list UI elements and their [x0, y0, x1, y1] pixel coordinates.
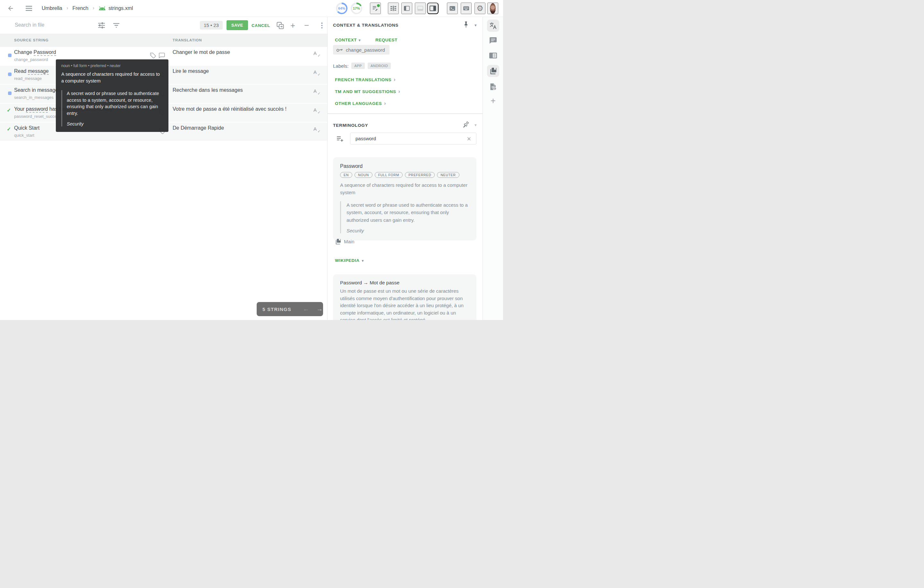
- document-info-icon: [490, 83, 497, 91]
- source-string[interactable]: Quick Start: [14, 125, 40, 131]
- section-french-translations[interactable]: FRENCH TRANSLATIONS: [333, 76, 398, 83]
- glossary-name[interactable]: Main: [344, 239, 355, 244]
- translation-text[interactable]: De Démarrage Rapide: [173, 125, 224, 131]
- layout-bottom-icon: [417, 5, 423, 12]
- back-arrow-icon: [7, 5, 14, 12]
- terminology-tooltip: noun • full form • preferred • neuter A …: [56, 59, 168, 132]
- wikipedia-entry-body: Un mot de passe est un mot ou une série …: [340, 287, 469, 320]
- collapse-terminology-button[interactable]: [473, 122, 478, 128]
- tags-button[interactable]: [148, 52, 158, 59]
- add-string-button[interactable]: [289, 21, 297, 30]
- source-string[interactable]: Search in messages: [14, 87, 61, 93]
- clear-search-icon[interactable]: [465, 134, 473, 144]
- tasks-button[interactable]: [370, 3, 381, 14]
- string-key-chip[interactable]: change_password: [333, 45, 389, 55]
- rail-glossary-button[interactable]: [487, 65, 499, 77]
- tooltip-domain: Security: [67, 121, 163, 126]
- section-other-languages[interactable]: OTHER LANGUAGES: [333, 100, 388, 107]
- translation-editor-app: Umbrella › French › strings.xml 64%: [0, 0, 503, 320]
- chevron-down-icon: [362, 258, 364, 263]
- translate-icon: [490, 22, 497, 30]
- view-grid-button[interactable]: [388, 3, 399, 14]
- rail-string-info-button[interactable]: [487, 81, 499, 93]
- comments-button[interactable]: [157, 52, 167, 59]
- translation-text[interactable]: Lire le message: [173, 68, 209, 74]
- breadcrumb-project[interactable]: Umbrella: [42, 5, 62, 11]
- filter-button[interactable]: [111, 23, 121, 28]
- rail-context-card-button[interactable]: [487, 50, 499, 62]
- unpin-terminology-button[interactable]: [461, 121, 470, 129]
- term-highlight[interactable]: Password: [34, 50, 56, 56]
- labels-row: Labels: APP ANDROID: [333, 63, 391, 69]
- pin-panel-button[interactable]: [462, 21, 470, 28]
- copy-source-button[interactable]: [275, 21, 286, 30]
- breadcrumb: Umbrella › French › strings.xml: [42, 5, 133, 12]
- tooltip-usage: A secret word or phrase used to authenti…: [67, 90, 163, 117]
- save-button[interactable]: SAVE: [226, 20, 248, 30]
- android-icon: [99, 6, 106, 11]
- section-tm-mt-suggestions[interactable]: TM AND MT SUGGESTIONS: [333, 88, 402, 95]
- cancel-button[interactable]: CANCEL: [249, 23, 272, 28]
- term-badge: NEUTER: [437, 172, 459, 178]
- status-done-icon: [7, 107, 11, 113]
- collapse-panel-button[interactable]: [473, 23, 478, 28]
- rail-add-panel-button[interactable]: [487, 95, 499, 107]
- shortcuts-button[interactable]: [461, 3, 472, 14]
- chevron-down-icon: [359, 38, 361, 42]
- layout-left-panel-button[interactable]: [401, 3, 412, 14]
- translation-text[interactable]: Votre mot de passe a été réinitialisé av…: [173, 106, 287, 112]
- tag-icon: [150, 52, 156, 58]
- column-header-translation: TRANSLATION: [173, 38, 202, 42]
- progress-ring-translated: 64%: [336, 3, 348, 14]
- comment-icon: [159, 53, 165, 58]
- layout-bottom-panel-button[interactable]: [415, 3, 426, 14]
- rail-translations-button[interactable]: [487, 20, 499, 32]
- status-done-icon: [7, 126, 11, 132]
- string-key: search_in_messages: [14, 95, 54, 100]
- prev-page-button[interactable]: [301, 305, 311, 313]
- section-wikipedia[interactable]: WIKIPEDIA: [333, 258, 366, 263]
- layout-right-icon: [430, 5, 436, 12]
- add-to-glossary-icon: [337, 136, 343, 142]
- breadcrumb-file[interactable]: strings.xml: [99, 5, 133, 11]
- rail-comments-button[interactable]: [487, 34, 499, 46]
- search-input[interactable]: [14, 22, 92, 28]
- terminology-search-input[interactable]: [355, 135, 462, 142]
- back-button[interactable]: [5, 5, 16, 12]
- progress-ring-reviewed: 17%: [351, 3, 362, 14]
- tab-request[interactable]: REQUEST: [373, 37, 399, 43]
- spellcheck-icon: [314, 88, 320, 95]
- labels-caption: Labels:: [333, 63, 348, 69]
- more-options-button[interactable]: [317, 21, 327, 29]
- term-badge: EN: [340, 172, 352, 178]
- progress-ring-value: 64%: [338, 7, 345, 10]
- panel-tabs: CONTEXT REQUEST: [333, 37, 399, 43]
- strings-pager: 5 STRINGS: [257, 302, 323, 316]
- translation-text[interactable]: Recherche dans les messages: [173, 87, 243, 93]
- glossary-icon: [335, 238, 341, 244]
- menu-button[interactable]: [24, 5, 34, 11]
- translation-text[interactable]: Changer le mot de passe: [173, 50, 230, 55]
- next-page-button[interactable]: [314, 305, 325, 313]
- column-header-source: SOURCE STRING: [14, 38, 49, 42]
- add-term-button[interactable]: [335, 136, 345, 142]
- search-settings-button[interactable]: [96, 22, 107, 29]
- tab-context[interactable]: CONTEXT: [333, 37, 363, 43]
- label-chip[interactable]: ANDROID: [368, 63, 391, 69]
- breadcrumb-language[interactable]: French: [73, 5, 89, 11]
- filter-icon: [113, 23, 119, 28]
- account-button[interactable]: [487, 3, 498, 14]
- string-key: read_message: [14, 76, 42, 81]
- source-string[interactable]: Read message: [14, 68, 49, 74]
- spellcheck-icon: [314, 50, 320, 58]
- term-highlight[interactable]: message: [28, 68, 49, 75]
- term-highlight[interactable]: password: [26, 106, 48, 113]
- chevron-right-icon: [398, 89, 400, 94]
- label-chip[interactable]: APP: [351, 63, 365, 69]
- source-string[interactable]: Change Password: [14, 50, 56, 55]
- console-button[interactable]: [447, 3, 458, 14]
- layout-right-panel-button[interactable]: [427, 3, 439, 14]
- term-usage-block: A secret word or phrase used to authenti…: [340, 201, 469, 233]
- remove-string-button[interactable]: [302, 21, 311, 30]
- settings-button[interactable]: [475, 3, 485, 14]
